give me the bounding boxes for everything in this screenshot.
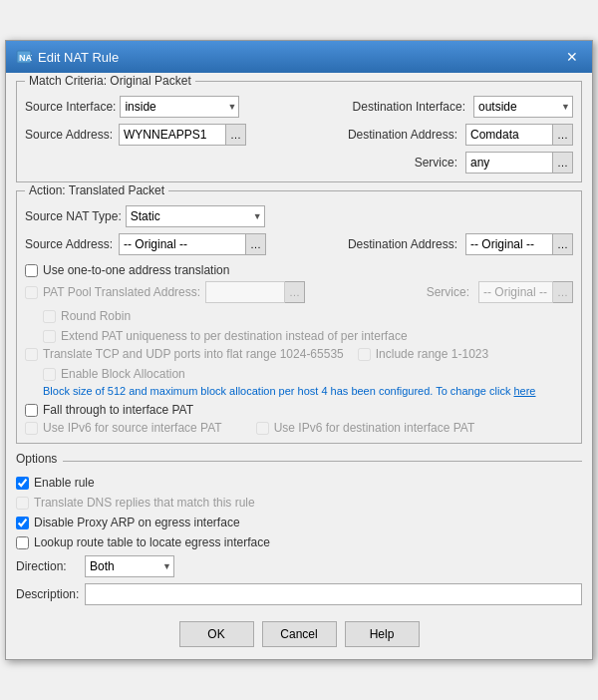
options-section-label: Options [16, 452, 57, 466]
lookup-route-checkbox[interactable] [16, 536, 29, 549]
translate-dns-checkbox[interactable] [16, 497, 29, 510]
direction-select[interactable]: Both Inbound Outbound [85, 555, 174, 577]
pat-pool-browse-btn[interactable]: … [285, 281, 305, 303]
pat-service-input-group: … [478, 281, 573, 303]
block-size-text: Block size of 512 and maximum block allo… [43, 385, 573, 397]
source-address-input[interactable] [119, 124, 226, 146]
dialog-icon: NAT [16, 49, 32, 65]
enable-block-checkbox[interactable] [43, 368, 56, 381]
action-source-address-browse-btn[interactable]: … [246, 233, 266, 255]
title-bar: NAT Edit NAT Rule ✕ [6, 41, 592, 73]
translate-dns-label: Translate DNS replies that match this ru… [34, 496, 255, 510]
round-robin-checkbox[interactable] [43, 310, 56, 323]
enable-block-label: Enable Block Allocation [61, 367, 185, 381]
source-interface-select-wrapper: inside outside any ▼ [120, 96, 239, 118]
ipv6-dest-label: Use IPv6 for destination interface PAT [274, 421, 475, 435]
lookup-route-label: Lookup route table to locate egress inte… [34, 535, 270, 549]
source-address-input-group: … [119, 124, 246, 146]
action-group: Action: Translated Packet Source NAT Typ… [16, 190, 582, 444]
action-source-address-input-group: … [119, 233, 266, 255]
enable-rule-label: Enable rule [34, 476, 95, 490]
round-robin-label: Round Robin [61, 309, 131, 323]
action-source-address-label: Source Address: [25, 237, 115, 251]
pat-pool-label: PAT Pool Translated Address: [43, 285, 200, 299]
action-destination-address-input[interactable] [465, 233, 553, 255]
service-label: Service: [332, 156, 461, 170]
block-size-link[interactable]: here [513, 385, 535, 397]
ipv6-source-label: Use IPv6 for source interface PAT [43, 421, 222, 435]
bottom-buttons: OK Cancel Help [6, 613, 592, 659]
match-criteria-group: Match Criteria: Original Packet Source I… [16, 81, 582, 182]
source-nat-type-select[interactable]: Static Dynamic Dynamic PAT [126, 205, 265, 227]
source-address-label: Source Address: [25, 128, 115, 142]
source-nat-type-wrapper: Static Dynamic Dynamic PAT ▼ [126, 205, 265, 227]
destination-address-label: Destination Address: [332, 128, 461, 142]
destination-interface-label: Destination Interface: [340, 100, 469, 114]
ipv6-source-checkbox[interactable] [25, 422, 38, 435]
use-one-to-one-checkbox[interactable] [25, 264, 38, 277]
direction-label: Direction: [16, 559, 81, 573]
pat-service-browse-btn[interactable]: … [553, 281, 573, 303]
help-button[interactable]: Help [345, 621, 420, 647]
destination-interface-select[interactable]: outside inside any [473, 96, 573, 118]
pat-pool-input-group: … [205, 281, 305, 303]
source-nat-type-label: Source NAT Type: [25, 209, 122, 223]
action-group-label: Action: Translated Packet [25, 183, 168, 197]
dialog-title: Edit NAT Rule [38, 50, 119, 65]
cancel-button[interactable]: Cancel [262, 621, 337, 647]
use-one-to-one-label: Use one-to-one address translation [43, 263, 229, 277]
description-label: Description: [16, 587, 81, 601]
extend-pat-checkbox[interactable] [43, 330, 56, 343]
source-address-browse-btn[interactable]: … [226, 124, 246, 146]
direction-select-wrapper: Both Inbound Outbound ▼ [85, 555, 174, 577]
include-range-label: Include range 1-1023 [376, 347, 488, 361]
description-input[interactable] [85, 583, 582, 605]
translate-tcp-checkbox[interactable] [25, 348, 38, 361]
disable-proxy-label: Disable Proxy ARP on egress interface [34, 516, 240, 529]
service-input[interactable] [465, 152, 553, 174]
action-destination-address-input-group: … [465, 233, 573, 255]
destination-interface-select-wrapper: outside inside any ▼ [473, 96, 573, 118]
action-source-address-input[interactable] [119, 233, 246, 255]
fall-through-label: Fall through to interface PAT [43, 403, 193, 417]
svg-text:NAT: NAT [19, 53, 32, 63]
enable-rule-checkbox[interactable] [16, 477, 29, 490]
action-destination-address-browse-btn[interactable]: … [553, 233, 573, 255]
pat-service-input[interactable] [478, 281, 553, 303]
ipv6-dest-checkbox[interactable] [256, 422, 269, 435]
destination-address-browse-btn[interactable]: … [553, 124, 573, 146]
action-destination-address-label: Destination Address: [332, 237, 461, 251]
pat-pool-checkbox[interactable] [25, 286, 38, 299]
options-section: Options Enable rule Translate DNS replie… [16, 452, 582, 605]
destination-address-input[interactable] [465, 124, 553, 146]
edit-nat-rule-dialog: NAT Edit NAT Rule ✕ Match Criteria: Orig… [5, 40, 593, 660]
source-interface-select[interactable]: inside outside any [120, 96, 239, 118]
include-range-checkbox[interactable] [358, 348, 371, 361]
destination-address-input-group: … [465, 124, 573, 146]
disable-proxy-checkbox[interactable] [16, 517, 29, 529]
pat-service-label: Service: [414, 285, 473, 299]
fall-through-checkbox[interactable] [25, 404, 38, 417]
pat-pool-input[interactable] [205, 281, 285, 303]
translate-tcp-label: Translate TCP and UDP ports into flat ra… [43, 347, 344, 361]
match-criteria-label: Match Criteria: Original Packet [25, 74, 195, 88]
service-browse-btn[interactable]: … [553, 152, 573, 174]
source-interface-label: Source Interface: [25, 100, 116, 114]
extend-pat-label: Extend PAT uniqueness to per destination… [61, 329, 408, 343]
ok-button[interactable]: OK [179, 621, 254, 647]
service-input-group: … [465, 152, 573, 174]
close-button[interactable]: ✕ [562, 47, 582, 67]
